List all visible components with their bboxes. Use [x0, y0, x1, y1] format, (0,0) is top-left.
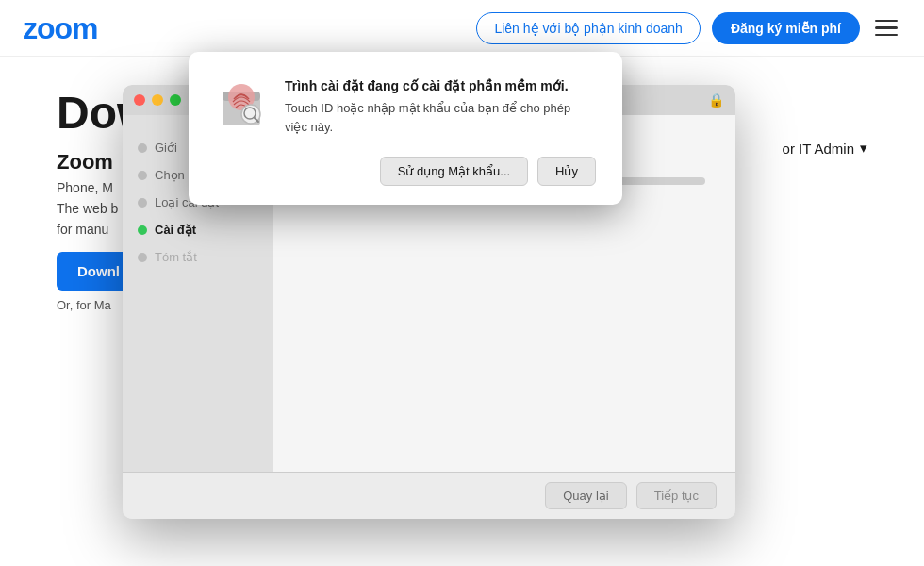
step-install-label: Cài đặt	[155, 223, 196, 237]
step-install: Cài đặt	[123, 216, 273, 243]
step-dot-destination	[138, 171, 147, 180]
auth-dialog: Trình cài đặt đang cố cài đặt phần mềm m…	[189, 52, 622, 205]
navbar: zoom Liên hệ với bộ phận kinh doanh Đăng…	[0, 0, 924, 57]
minimize-button[interactable]	[152, 94, 163, 106]
cancel-auth-button[interactable]: Hủy	[537, 157, 596, 186]
auth-dialog-subtitle: Touch ID hoặc nhập mật khẩu của bạn để c…	[285, 99, 596, 136]
zoom-logo: zoom	[23, 10, 98, 45]
back-button[interactable]: Quay lại	[545, 482, 626, 509]
it-admin-button[interactable]: or IT Admin ▾	[783, 140, 867, 157]
use-password-button[interactable]: Sử dụng Mật khẩu...	[380, 157, 528, 186]
auth-text-block: Trình cài đặt đang cố cài đặt phần mềm m…	[285, 78, 596, 136]
contact-button[interactable]: Liên hệ với bộ phận kinh doanh	[476, 12, 700, 44]
step-summary-label: Tóm tắt	[155, 250, 197, 264]
fullscreen-button[interactable]	[170, 94, 181, 106]
auth-dialog-buttons: Sử dụng Mật khẩu... Hủy	[215, 157, 596, 186]
fingerprint-icon	[215, 78, 268, 131]
register-button[interactable]: Đăng ký miễn phí	[712, 12, 860, 44]
step-intro-label: Giới	[155, 141, 177, 155]
step-dot-intro	[138, 143, 147, 153]
step-dot-summary	[138, 253, 147, 262]
next-button[interactable]: Tiếp tục	[636, 482, 717, 509]
step-dot-install	[138, 225, 147, 235]
hamburger-line-3	[875, 34, 898, 37]
hamburger-line-1	[875, 20, 898, 23]
installer-footer: Quay lại Tiếp tục	[123, 472, 735, 519]
hamburger-line-2	[875, 26, 898, 29]
auth-dialog-content: Trình cài đặt đang cố cài đặt phần mềm m…	[215, 78, 596, 136]
step-summary: Tóm tắt	[123, 243, 273, 271]
navbar-actions: Liên hệ với bộ phận kinh doanh Đăng ký m…	[476, 12, 901, 44]
it-admin-label: or IT Admin	[783, 141, 854, 157]
step-dot-type	[138, 198, 147, 208]
close-button[interactable]	[134, 94, 145, 106]
auth-dialog-title: Trình cài đặt đang cố cài đặt phần mềm m…	[285, 78, 596, 93]
logo-text: zoom	[23, 10, 98, 44]
chevron-down-icon: ▾	[860, 140, 867, 157]
lock-icon: 🔒	[708, 92, 724, 108]
menu-button[interactable]	[871, 13, 901, 43]
it-admin-area: or IT Admin ▾	[783, 140, 867, 157]
